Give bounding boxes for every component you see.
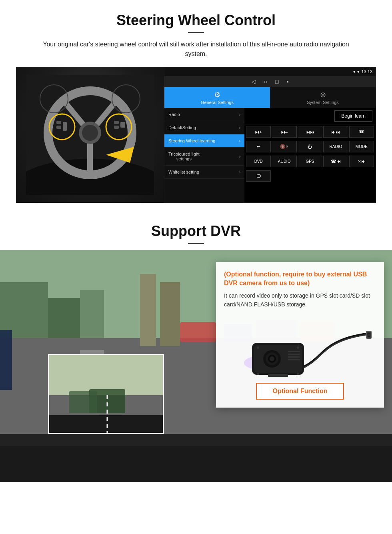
ctrl-phone[interactable]: ☎: [349, 126, 374, 138]
svg-rect-57: [288, 356, 300, 358]
steering-description: Your original car's steering wheel contr…: [32, 40, 360, 59]
menu-steering-label: Steering Wheel learning: [168, 138, 215, 143]
svg-point-51: [257, 346, 259, 349]
dvr-info-card: (Optional function, require to buy exter…: [216, 262, 384, 408]
recents-icon[interactable]: □: [275, 78, 278, 85]
svg-rect-58: [288, 359, 300, 360]
svg-rect-15: [120, 122, 125, 128]
svg-rect-27: [160, 282, 180, 346]
menu-default-setting[interactable]: DefaultSetting ›: [164, 121, 244, 134]
control-grid-row4: 🖵: [244, 169, 376, 183]
svg-rect-50: [268, 374, 288, 377]
control-grid-row3: DVD AUDIO GPS ☎⏮ ✕⏭: [244, 154, 376, 169]
svg-rect-14: [114, 126, 119, 129]
ctrl-mode[interactable]: MODE: [349, 141, 374, 152]
ctrl-radio[interactable]: RADIO: [323, 141, 348, 152]
system-icon: ⊛: [320, 90, 326, 99]
control-grid-row2: ↩ 🔇× ⏻ RADIO MODE: [244, 139, 376, 154]
svg-rect-33: [0, 442, 392, 482]
ctrl-phone-next[interactable]: ✕⏭: [349, 156, 374, 167]
panel-body: Radio › DefaultSetting › Steering Wheel …: [164, 108, 376, 202]
ctrl-vol-up[interactable]: ⏮+: [246, 126, 271, 138]
back-icon[interactable]: ◁: [252, 78, 256, 85]
dvr-camera-image: [224, 314, 376, 378]
steering-content-area: ▾ ▾ 13:13 ◁ ○ □ ▪ ⚙ General Settings ⊛ S…: [16, 67, 376, 203]
svg-rect-10: [56, 121, 61, 124]
steering-section: Steering Wheel Control Your original car…: [0, 0, 392, 211]
svg-point-7: [82, 125, 98, 141]
svg-rect-55: [288, 351, 300, 352]
svg-rect-26: [140, 274, 156, 346]
dvr-section: Support DVR: [0, 211, 392, 483]
steering-wheel-image: [16, 67, 164, 203]
ctrl-phone-prev[interactable]: ☎⏮: [323, 156, 348, 167]
system-settings-tab[interactable]: ⊛ System Settings: [270, 87, 376, 108]
ctrl-gps[interactable]: GPS: [298, 156, 322, 167]
menu-radio-label: Radio: [168, 112, 180, 117]
dvr-description: It can record video only to storage in G…: [224, 291, 376, 309]
menu-whitelist[interactable]: Whitelist setting ›: [164, 166, 244, 179]
dvr-camera-svg: [228, 315, 372, 377]
dvr-optional-title: (Optional function, require to buy exter…: [224, 270, 376, 288]
dvr-preview-inner: [49, 355, 163, 433]
dvr-scene: (Optional function, require to buy exter…: [0, 250, 392, 482]
settings-menu: Radio › DefaultSetting › Steering Wheel …: [164, 108, 244, 202]
steering-wheel-svg: [26, 75, 154, 195]
android-statusbar: ▾ ▾ 13:13: [164, 67, 376, 76]
svg-rect-61: [368, 333, 370, 334]
begin-learn-button[interactable]: Begin learn: [334, 110, 372, 122]
dvr-title-area: Support DVR: [0, 211, 392, 250]
ctrl-back[interactable]: ↩: [246, 141, 271, 152]
ctrl-screen[interactable]: 🖵: [246, 170, 271, 182]
svg-point-49: [270, 356, 274, 361]
android-navbar: ◁ ○ □ ▪: [164, 76, 376, 87]
ctrl-vol-down[interactable]: ⏮–: [272, 126, 296, 138]
menu-steering-wheel[interactable]: Steering Wheel learning ›: [164, 134, 244, 148]
signal-icon: ▾: [357, 69, 360, 74]
svg-rect-11: [56, 126, 61, 129]
svg-point-53: [257, 373, 259, 375]
svg-rect-56: [288, 354, 300, 355]
svg-rect-28: [180, 322, 216, 342]
svg-rect-34: [0, 434, 392, 446]
dvr-title: Support DVR: [0, 223, 392, 240]
svg-rect-32: [0, 330, 12, 390]
ctrl-power[interactable]: ⏻: [298, 141, 322, 152]
general-settings-tab[interactable]: ⚙ General Settings: [164, 87, 270, 108]
ctrl-dvd[interactable]: DVD: [246, 156, 271, 167]
title-divider: [188, 32, 204, 33]
menu-icon[interactable]: ▪: [286, 78, 288, 85]
general-settings-label: General Settings: [201, 100, 234, 105]
begin-learn-row: Begin learn: [244, 108, 376, 124]
svg-point-52: [297, 346, 299, 349]
control-grid-row1: ⏮+ ⏮– ⏮⏮ ⏭⏭ ☎: [244, 124, 376, 139]
ctrl-prev-track[interactable]: ⏮⏮: [298, 126, 322, 138]
chevron-right-icon4: ›: [239, 154, 240, 159]
wifi-icon: ▾: [353, 69, 356, 74]
gear-icon: ⚙: [214, 90, 220, 99]
chevron-right-icon: ›: [239, 112, 240, 117]
menu-radio[interactable]: Radio ›: [164, 108, 244, 121]
android-panel: ▾ ▾ 13:13 ◁ ○ □ ▪ ⚙ General Settings ⊛ S…: [164, 67, 376, 203]
ctrl-mute[interactable]: 🔇×: [272, 141, 296, 152]
menu-tricoloured[interactable]: Tricoloured lightsettings ›: [164, 148, 244, 166]
chevron-right-icon5: ›: [239, 170, 240, 174]
settings-tabs: ⚙ General Settings ⊛ System Settings: [164, 87, 376, 108]
svg-rect-39: [69, 391, 97, 413]
svg-point-54: [297, 373, 299, 375]
menu-whitelist-label: Whitelist setting: [168, 170, 199, 174]
dvr-preview-svg: [49, 355, 164, 434]
svg-rect-12: [63, 122, 67, 131]
dvr-preview-image: [48, 354, 164, 434]
chevron-right-icon3: ›: [239, 139, 240, 143]
controls-panel: Begin learn ⏮+ ⏮– ⏮⏮ ⏭⏭ ☎ ↩ 🔇× ⏻: [244, 108, 376, 202]
svg-rect-62: [368, 336, 370, 337]
dvr-background: (Optional function, require to buy exter…: [0, 250, 392, 482]
steering-title: Steering Wheel Control: [16, 12, 376, 29]
chevron-right-icon2: ›: [239, 126, 240, 130]
optional-function-button[interactable]: Optional Function: [256, 383, 344, 400]
dvr-divider: [188, 243, 204, 244]
ctrl-audio[interactable]: AUDIO: [272, 156, 296, 167]
ctrl-next-track[interactable]: ⏭⏭: [323, 126, 348, 138]
home-icon[interactable]: ○: [264, 78, 267, 85]
